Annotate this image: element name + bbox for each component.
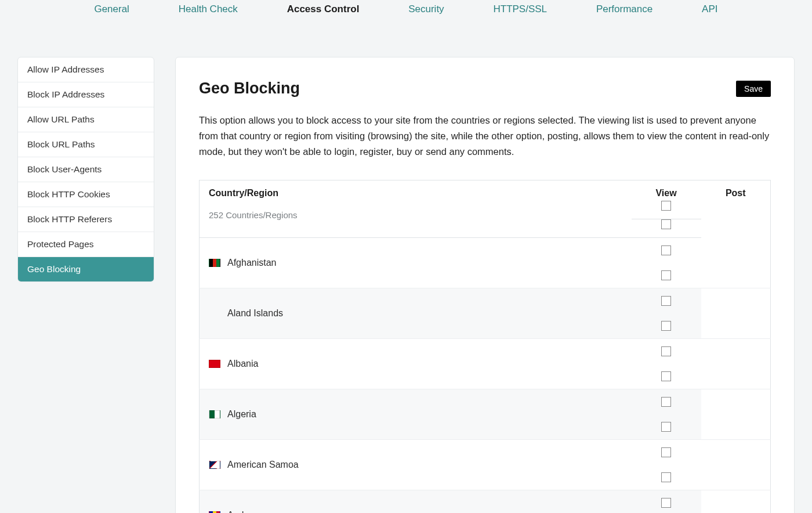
country-name: Algeria [227, 409, 256, 420]
sidebar-item-block-url-paths[interactable]: Block URL Paths [18, 132, 154, 157]
select-all-view-checkbox[interactable] [661, 201, 671, 211]
sidebar-item-allow-url-paths[interactable]: Allow URL Paths [18, 107, 154, 132]
view-checkbox[interactable] [661, 245, 671, 255]
view-checkbox[interactable] [661, 296, 671, 306]
flag-icon [209, 511, 220, 513]
panel-header: Geo Blocking Save [199, 80, 771, 97]
sidebar-item-block-user-agents[interactable]: Block User-Agents [18, 157, 154, 182]
sidebar-item-protected-pages[interactable]: Protected Pages [18, 232, 154, 257]
table-subheader: 252 Countries/Regions [200, 201, 632, 238]
flag-icon [209, 461, 220, 469]
flag-icon [209, 360, 220, 368]
col-header-view: View [632, 180, 701, 201]
table-row: Aland Islands [200, 288, 771, 338]
view-checkbox[interactable] [661, 346, 671, 356]
geo-blocking-table: Country/Region View Post 252 Countries/R… [199, 180, 771, 513]
top-tab-https-ssl[interactable]: HTTPS/SSL [491, 0, 549, 19]
country-name: Afghanistan [227, 258, 277, 268]
flag-icon [209, 410, 220, 418]
view-checkbox[interactable] [661, 397, 671, 407]
panel-description: This option allows you to block access t… [199, 113, 771, 160]
post-checkbox[interactable] [661, 422, 671, 432]
table-row: Algeria [200, 389, 771, 439]
country-name: American Samoa [227, 460, 299, 470]
top-tab-health-check[interactable]: Health Check [176, 0, 240, 19]
table-row: Albania [200, 338, 771, 389]
top-tab-access-control[interactable]: Access Control [285, 0, 362, 19]
table-row: Afghanistan [200, 238, 771, 288]
country-name: Aland Islands [227, 308, 283, 319]
view-checkbox[interactable] [661, 498, 671, 508]
post-checkbox[interactable] [661, 321, 671, 331]
sidebar-item-allow-ip-addresses[interactable]: Allow IP Addresses [18, 57, 154, 82]
sidebar-item-block-http-referers[interactable]: Block HTTP Referers [18, 207, 154, 232]
top-tab-api[interactable]: API [699, 0, 720, 19]
select-all-post-checkbox[interactable] [661, 219, 671, 229]
main-panel: Geo Blocking Save This option allows you… [175, 57, 795, 513]
table-row: Andorra [200, 490, 771, 513]
flag-icon [209, 259, 220, 267]
view-checkbox[interactable] [661, 447, 671, 457]
col-header-post: Post [701, 180, 771, 201]
top-tab-bar: GeneralHealth CheckAccess ControlSecurit… [0, 0, 812, 29]
sidebar-item-block-ip-addresses[interactable]: Block IP Addresses [18, 82, 154, 107]
top-tab-security[interactable]: Security [406, 0, 446, 19]
post-checkbox[interactable] [661, 472, 671, 482]
sidebar-item-block-http-cookies[interactable]: Block HTTP Cookies [18, 182, 154, 207]
col-header-country: Country/Region [200, 180, 632, 201]
page-title: Geo Blocking [199, 80, 300, 97]
flag-icon [209, 309, 220, 317]
table-row: American Samoa [200, 439, 771, 490]
country-name: Albania [227, 359, 258, 369]
top-tab-general[interactable]: General [92, 0, 131, 19]
post-checkbox[interactable] [661, 270, 671, 280]
sidebar-item-geo-blocking[interactable]: Geo Blocking [18, 257, 154, 281]
country-name: Andorra [227, 510, 260, 513]
sidebar: Allow IP AddressesBlock IP AddressesAllo… [17, 57, 154, 282]
post-checkbox[interactable] [661, 371, 671, 381]
save-button[interactable]: Save [736, 81, 771, 97]
top-tab-performance[interactable]: Performance [594, 0, 655, 19]
